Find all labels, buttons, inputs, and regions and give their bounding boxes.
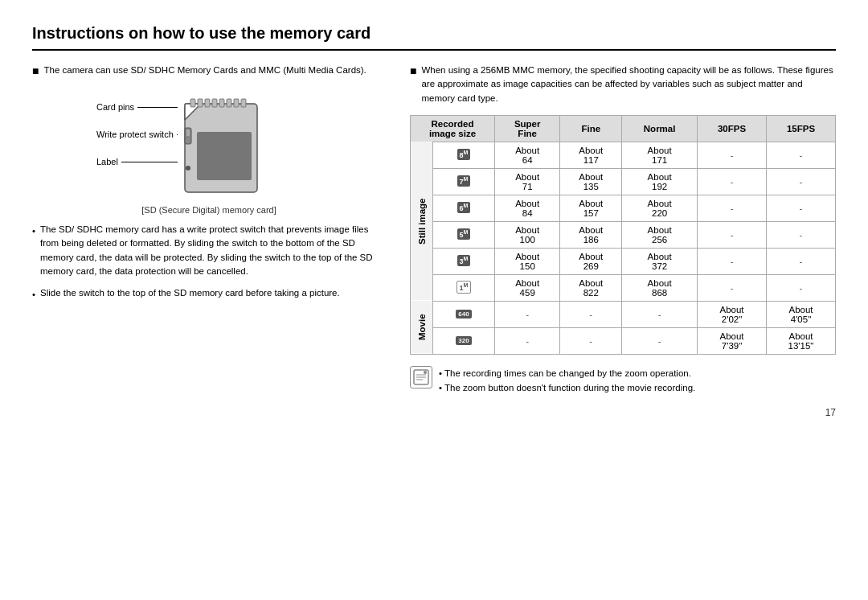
cell-8m-sf: About64 <box>495 142 560 168</box>
badge-3m: 3M <box>457 255 471 266</box>
label-label: Label <box>96 157 118 166</box>
table-header-row: Recordedimage size SuperFine Fine Normal… <box>411 115 836 142</box>
size-8m: 8M <box>433 142 495 168</box>
memory-card-svg <box>181 88 269 200</box>
cell-640-15: About4'05" <box>767 301 836 327</box>
cell-7m-15: - <box>767 168 836 195</box>
cell-7m-sf: About71 <box>495 168 560 195</box>
cell-320-sf: - <box>495 327 560 354</box>
cell-3m-n: About372 <box>622 248 698 274</box>
cell-6m-f: About157 <box>560 195 622 221</box>
svg-rect-5 <box>190 99 195 107</box>
page-number: 17 <box>32 407 836 418</box>
write-protect-label: Write protect switch <box>96 129 174 139</box>
cell-6m-n: About220 <box>622 195 698 221</box>
cell-8m-n: About171 <box>622 142 698 168</box>
th-recorded: Recordedimage size <box>411 115 495 142</box>
movie-label: Movie <box>411 301 433 354</box>
table-row: Still image 8M About64 About117 About171… <box>411 142 836 168</box>
cell-3m-f: About269 <box>560 248 622 274</box>
notes-text: • The recording times can be changed by … <box>439 366 695 396</box>
cell-1m-f: About822 <box>560 274 622 301</box>
size-5m: 5M <box>433 221 495 248</box>
left-column: ■ The camera can use SD/ SDHC Memory Car… <box>32 64 386 396</box>
badge-7m: 7M <box>457 175 471 187</box>
cell-320-30: About7'39" <box>698 327 767 354</box>
cell-5m-f: About186 <box>560 221 622 248</box>
card-diagram: Card pins Write protect switch Label <box>96 88 321 215</box>
svg-rect-14 <box>186 129 190 136</box>
cell-8m-30: - <box>698 142 767 168</box>
card-pins-label: Card pins <box>96 102 134 112</box>
bullet-2-text: The SD/ SDHC memory card has a write pro… <box>40 223 386 278</box>
size-1m: 1M <box>433 274 495 301</box>
bullet-1: ■ The camera can use SD/ SDHC Memory Car… <box>32 64 386 78</box>
svg-rect-12 <box>241 99 246 107</box>
cell-5m-15: - <box>767 221 836 248</box>
bullet-2: • The SD/ SDHC memory card has a write p… <box>32 223 386 278</box>
table-row: 320 - - - About7'39" About13'15" <box>411 327 836 354</box>
cell-5m-sf: About100 <box>495 221 560 248</box>
cell-640-sf: - <box>495 301 560 327</box>
note-2: • The zoom button doesn't function durin… <box>439 380 695 395</box>
svg-rect-8 <box>212 99 217 107</box>
cell-7m-n: About192 <box>622 168 698 195</box>
dot-bullets: • The SD/ SDHC memory card has a write p… <box>32 223 386 302</box>
cell-1m-30: - <box>698 274 767 301</box>
svg-point-16 <box>186 166 190 171</box>
bullet-1-text: The camera can use SD/ SDHC Memory Cards… <box>43 64 366 78</box>
svg-rect-6 <box>198 99 203 107</box>
cell-5m-n: About256 <box>622 221 698 248</box>
badge-5m: 5M <box>457 228 471 240</box>
badge-6m: 6M <box>457 202 471 213</box>
cell-7m-30: - <box>698 168 767 195</box>
badge-320: 320 <box>456 336 471 345</box>
cell-320-n: - <box>622 327 698 354</box>
svg-rect-15 <box>197 132 252 180</box>
right-intro: ■ When using a 256MB MMC memory, the spe… <box>410 64 836 105</box>
cell-3m-15: - <box>767 248 836 274</box>
cell-640-f: - <box>560 301 622 327</box>
cell-1m-sf: About459 <box>495 274 560 301</box>
cell-6m-30: - <box>698 195 767 221</box>
note-icon <box>410 366 432 388</box>
th-15fps: 15FPS <box>767 115 836 142</box>
cell-5m-30: - <box>698 221 767 248</box>
table-row: 7M About71 About135 About192 - - <box>411 168 836 195</box>
cell-320-15: About13'15" <box>767 327 836 354</box>
badge-640: 640 <box>456 310 471 318</box>
table-row: 6M About84 About157 About220 - - <box>411 195 836 221</box>
size-320: 320 <box>433 327 495 354</box>
cell-8m-f: About117 <box>560 142 622 168</box>
size-640: 640 <box>433 301 495 327</box>
size-6m: 6M <box>433 195 495 221</box>
th-normal: Normal <box>622 115 698 142</box>
note-1: • The recording times can be changed by … <box>439 366 695 380</box>
svg-rect-9 <box>219 99 224 107</box>
cell-320-f: - <box>560 327 622 354</box>
cell-1m-15: - <box>767 274 836 301</box>
cell-3m-sf: About150 <box>495 248 560 274</box>
image-size-table: Recordedimage size SuperFine Fine Normal… <box>410 115 836 355</box>
cell-640-30: About2'02" <box>698 301 767 327</box>
sd-caption: [SD (Secure Digital) memory card] <box>96 205 321 215</box>
th-30fps: 30FPS <box>698 115 767 142</box>
svg-point-21 <box>424 371 427 374</box>
size-3m: 3M <box>433 248 495 274</box>
table-row: 5M About100 About186 About256 - - <box>411 221 836 248</box>
size-7m: 7M <box>433 168 495 195</box>
th-super-fine: SuperFine <box>495 115 560 142</box>
svg-rect-11 <box>234 99 239 107</box>
cell-6m-15: - <box>767 195 836 221</box>
cell-1m-n: About868 <box>622 274 698 301</box>
badge-8m: 8M <box>457 149 471 160</box>
bullet-3-text: Slide the switch to the top of the SD me… <box>40 286 340 302</box>
cell-3m-30: - <box>698 248 767 274</box>
table-row: 3M About150 About269 About372 - - <box>411 248 836 274</box>
bullet-symbol-3: • <box>32 288 35 302</box>
cell-6m-sf: About84 <box>495 195 560 221</box>
th-fine: Fine <box>560 115 622 142</box>
cell-7m-f: About135 <box>560 168 622 195</box>
still-image-label: Still image <box>411 142 433 301</box>
svg-rect-10 <box>227 99 231 107</box>
